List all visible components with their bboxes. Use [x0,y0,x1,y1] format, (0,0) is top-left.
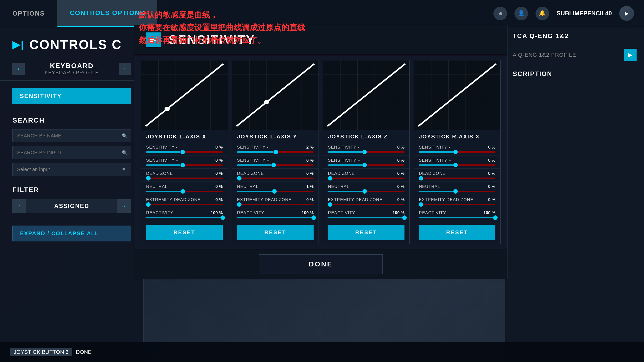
param-extremity-4: EXTREMITY DEAD ZONE 0 % [414,195,500,208]
search-by-input-field[interactable] [12,146,131,159]
marketplace-icon[interactable]: ⊕ [494,7,507,20]
param-extremity-3: EXTREMITY DEAD ZONE 0 % [323,195,410,208]
slider-sens-minus-1[interactable] [146,151,223,153]
chart-r-axis-x [414,60,500,130]
slider-extremity-2[interactable] [237,204,314,205]
card-title-l-axis-y: JOYSTICK L-AXIS Y [232,130,318,142]
expand-collapse-button[interactable]: EXPAND / COLLAPSE ALL [12,226,131,241]
notification-icon[interactable]: 🔔 [536,7,549,20]
left-sidebar: ▶| CONTROLS C ‹ KEYBOARD KEYBOARD PROFIL… [0,27,144,362]
reset-button-3[interactable]: RESET [328,225,404,240]
param-dead-zone-1: DEAD ZONE 0 % [141,169,228,182]
slider-dead-zone-1[interactable] [146,178,223,179]
svg-line-18 [236,64,314,126]
slider-sens-plus-1[interactable] [146,164,223,166]
slider-sens-minus-4[interactable] [419,151,496,153]
svg-point-19 [264,100,269,104]
bottom-hint: JOYSTICK BUTTON 3 DONE [10,349,92,355]
chart-l-axis-z [323,60,410,130]
search-section: SEARCH 🔍 🔍 Select an input ▼ [0,111,144,181]
right-panel-sub: A Q-ENG 1&2 PROFILE ▶ [505,45,644,65]
filter-prev-button[interactable]: ‹ [12,199,26,213]
profile-icon[interactable]: 👤 [514,7,528,20]
card-joystick-l-axis-x: JOYSTICK L-AXIS X SENSITIVITY - 0 % SENS… [141,60,228,244]
search-by-name-input[interactable] [12,129,131,142]
slider-reactivity-1[interactable] [146,217,223,218]
sensitivity-button[interactable]: SENSITIVITY [12,88,131,104]
sensitivity-modal: ▶| SENSITIVITY [134,25,508,279]
avatar[interactable]: ▶ [619,6,634,21]
reset-button-2[interactable]: RESET [237,225,314,240]
slider-reactivity-4[interactable] [419,217,496,218]
slider-neutral-2[interactable] [237,191,314,192]
nav-right: ⊕ 👤 🔔 SUBLIMEPENCIL40 ▶ [494,6,644,21]
filter-section: FILTER ‹ ASSIGNED › [0,181,144,218]
reset-button-1[interactable]: RESET [146,225,223,240]
card-joystick-l-axis-y: JOYSTICK L-AXIS Y SENSITIVITY - 2 % SENS… [232,60,319,244]
chevron-down-icon: ▼ [121,167,126,172]
search-by-name-wrap: 🔍 [12,129,131,142]
done-bar: DONE [134,249,508,279]
slider-reactivity-3[interactable] [328,217,404,218]
slider-dead-zone-2[interactable] [237,178,314,179]
svg-point-9 [164,107,170,111]
slider-dead-zone-3[interactable] [328,178,404,179]
profile-next-button[interactable]: › [119,63,131,75]
card-joystick-r-axis-x: JOYSTICK R-AXIS X SENSITIVITY - 0 % SENS… [414,60,500,244]
slider-sens-plus-4[interactable] [419,164,496,166]
param-dead-zone-2: DEAD ZONE 0 % [232,169,318,182]
param-dead-zone-3: DEAD ZONE 0 % [323,169,410,182]
filter-next-button[interactable]: › [118,199,131,213]
svg-line-28 [327,64,405,126]
param-reactivity-1: REACTIVITY 100 % [141,208,228,221]
select-input-dropdown[interactable]: Select an input ▼ [12,163,131,176]
slider-neutral-1[interactable] [146,191,223,192]
param-neutral-1: NEUTRAL 0 % [141,182,228,195]
right-panel-title: TCA Q-ENG 1&2 [505,27,644,45]
param-sensitivity-minus-3: SENSITIVITY - 0 % [323,142,410,155]
param-sensitivity-plus-3: SENSITIVITY + 0 % [323,155,410,169]
chinese-annotation: 默认的敏感度是曲线， 你需要在敏感度设置里把曲线调成过原点的直线 然后你再看油门… [139,9,305,47]
modal-content: JOYSTICK L-AXIS X SENSITIVITY - 0 % SENS… [134,55,508,249]
filter-nav: ‹ ASSIGNED › [12,199,131,213]
nav-tabs: OPTIONS CONTROLS OPTIONS [0,0,157,27]
top-navigation: OPTIONS CONTROLS OPTIONS ⊕ 👤 🔔 SUBLIMEPE… [0,0,644,27]
slider-sens-minus-2[interactable] [237,151,314,153]
param-reactivity-4: REACTIVITY 100 % [414,208,500,221]
svg-line-8 [146,64,223,126]
card-joystick-l-axis-z: JOYSTICK L-AXIS Z SENSITIVITY - 0 % SENS… [323,60,410,244]
param-reactivity-3: REACTIVITY 100 % [323,208,410,221]
card-title-l-axis-x: JOYSTICK L-AXIS X [141,130,228,142]
done-button[interactable]: DONE [259,254,383,274]
slider-extremity-3[interactable] [328,204,404,205]
slider-extremity-4[interactable] [419,204,496,205]
card-title-r-axis-x: JOYSTICK R-AXIS X [414,130,500,142]
param-sensitivity-plus-4: SENSITIVITY + 0 % [414,155,500,169]
svg-line-37 [418,64,496,126]
sidebar-arrow-icon: ▶| [12,39,24,50]
slider-neutral-3[interactable] [328,191,404,192]
chart-l-axis-x [141,60,228,130]
bottom-bar: JOYSTICK BUTTON 3 DONE [0,342,644,362]
profile-section: ‹ KEYBOARD KEYBOARD PROFILE › [0,57,144,81]
right-panel-next-button[interactable]: ▶ [624,49,636,61]
slider-sens-plus-2[interactable] [237,164,314,166]
slider-dead-zone-4[interactable] [419,178,496,179]
param-sensitivity-minus-1: SENSITIVITY - 0 % [141,142,228,155]
param-sensitivity-plus-1: SENSITIVITY + 0 % [141,155,228,169]
param-sensitivity-minus-2: SENSITIVITY - 2 % [232,142,318,155]
profile-prev-button[interactable]: ‹ [12,63,25,75]
chart-l-axis-y [232,60,318,130]
slider-sens-minus-3[interactable] [328,151,404,153]
slider-neutral-4[interactable] [419,191,496,192]
reset-button-4[interactable]: RESET [419,225,496,240]
slider-sens-plus-3[interactable] [328,164,404,166]
search-name-icon: 🔍 [122,133,127,139]
nav-tab-options[interactable]: OPTIONS [0,0,58,27]
slider-extremity-1[interactable] [146,204,223,205]
param-sensitivity-minus-4: SENSITIVITY - 0 % [414,142,500,155]
joystick-key-label: JOYSTICK BUTTON 3 [10,348,72,356]
search-by-input-wrap: 🔍 [12,146,131,159]
param-neutral-4: NEUTRAL 0 % [414,182,500,195]
slider-reactivity-2[interactable] [237,217,314,218]
